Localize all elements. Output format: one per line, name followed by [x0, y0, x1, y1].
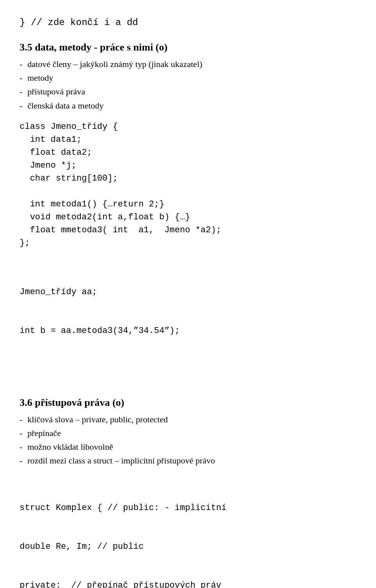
section-35: 3.5 data, metody - práce s nimi (o) dato…: [20, 42, 356, 363]
bullet-item: rozdíl mezi class a struct – implicitní …: [20, 454, 356, 467]
section-36: 3.6 přístupová práva (o) klíčová slova –…: [20, 397, 356, 588]
bullet-item: datové členy – jakýkoli známý typ (jinak…: [20, 57, 356, 71]
section-36-code: struct Komplex { // public: - implicitní…: [20, 476, 356, 588]
code-line: double Re, Im; // public: [20, 540, 356, 553]
top-code-block: } // zde končí i a dd: [20, 16, 356, 30]
bullet-item: možno vkládat libovolně: [20, 440, 356, 454]
code-line: struct Komplex { // public: - implicitní: [20, 501, 356, 514]
bullet-item: členská data a metody: [20, 99, 356, 112]
section-35-code2: Jmeno_třídy aa; int b = aa.metoda3(34,”3…: [20, 260, 356, 363]
bullet-item: přístupová práva: [20, 85, 356, 98]
code-line: private: // přepínač přístupových práv: [20, 579, 356, 588]
section-35-heading: 3.5 data, metody - práce s nimi (o): [20, 42, 356, 53]
bullet-item: přepínače: [20, 426, 356, 440]
section-35-bullets: datové členy – jakýkoli známý typ (jinak…: [20, 57, 356, 112]
bullet-item: metody: [20, 71, 356, 85]
code-line: int b = aa.metoda3(34,”34.54”);: [20, 324, 356, 337]
bullet-item: klíčová slova – private, public, protect…: [20, 413, 356, 426]
top-code-line: } // zde končí i a dd: [20, 17, 138, 28]
section-36-bullets: klíčová slova – private, public, protect…: [20, 413, 356, 468]
code-line: Jmeno_třídy aa;: [20, 286, 356, 299]
section-35-code: class Jmeno_třídy { int data1; float dat…: [20, 120, 356, 250]
section-36-heading: 3.6 přístupová práva (o): [20, 397, 356, 409]
